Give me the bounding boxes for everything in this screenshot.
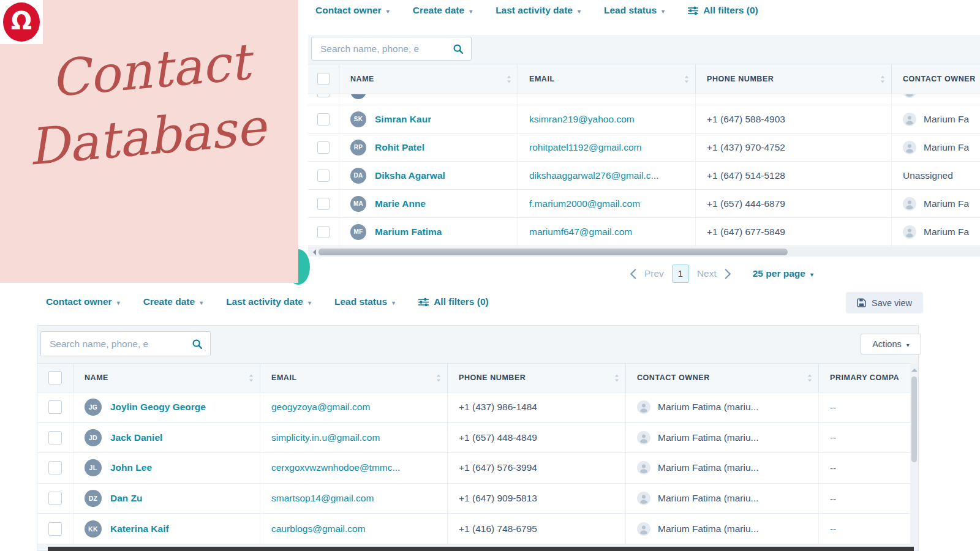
contact-owner[interactable]: Marium Fa <box>903 113 969 126</box>
row-checkbox[interactable] <box>317 94 330 97</box>
contact-name-link[interactable]: Jack Daniel <box>110 432 162 443</box>
contact-name-link[interactable]: Diksha Agarwal <box>375 170 445 181</box>
person-avatar-icon <box>637 461 650 474</box>
search-icon[interactable] <box>453 43 464 54</box>
all-filters[interactable]: All filters (0) <box>418 296 489 307</box>
person-avatar-icon <box>903 94 916 98</box>
cell-phone: +1 (437) 986-1484 <box>447 392 625 422</box>
actions-button[interactable]: Actions ▾ <box>861 334 921 354</box>
email-link[interactable]: ksimran219@yahoo.com <box>529 114 635 125</box>
row-checkbox[interactable] <box>48 461 62 474</box>
contact-owner-label: Marium Fatima (mariu... <box>658 432 759 443</box>
contact-owner[interactable]: Unassigned <box>903 170 953 181</box>
contact-owner[interactable]: Marium Fatima (mariu... <box>637 492 759 505</box>
contact-name-link[interactable]: Joylin Geogy George <box>110 402 206 413</box>
col-header-phone-number[interactable]: PHONE NUMBER <box>695 64 891 94</box>
scrollbar-thumb[interactable] <box>318 249 788 255</box>
scroll-left-icon[interactable] <box>310 249 316 255</box>
contact-owner-label: Marium Fa <box>924 198 969 209</box>
row-checkbox[interactable] <box>48 400 62 414</box>
col-header-contact-owner[interactable]: CONTACT OWNER <box>891 64 980 94</box>
contact-owner[interactable]: Marium Fatima (mariu... <box>637 400 759 414</box>
email-link[interactable]: cerxgoxvwzwnhodoe@tmmc... <box>271 462 400 473</box>
filter-last-activity-date[interactable]: Last activity date▾ <box>496 5 581 16</box>
prev-button[interactable]: Prev <box>644 268 664 279</box>
top-contacts-panel: NAMEEMAILPHONE NUMBERCONTACT OWNER SKSim… <box>308 35 980 257</box>
sort-icon[interactable] <box>880 75 885 83</box>
contact-owner[interactable]: Marium Fatima (mariu... <box>637 461 759 474</box>
contact-name-link[interactable]: Simran Kaur <box>375 114 431 125</box>
vertical-scrollbar[interactable] <box>910 363 918 550</box>
current-page[interactable]: 1 <box>672 264 689 283</box>
col-header-email[interactable]: EMAIL <box>518 64 695 94</box>
contact-name-link[interactable]: John Lee <box>110 462 152 473</box>
filter-last-activity-date[interactable]: Last activity date▾ <box>226 296 311 307</box>
email-link[interactable]: simplicity.in.u@gmail.com <box>271 432 380 443</box>
select-all-checkbox[interactable] <box>48 371 62 384</box>
next-button[interactable]: Next <box>697 268 717 279</box>
sort-icon[interactable] <box>436 374 441 382</box>
contact-owner[interactable]: Marium Fa <box>903 141 969 154</box>
all-filters[interactable]: All filters (0) <box>688 5 758 16</box>
avatar: MF <box>350 224 366 240</box>
email-link[interactable]: smartsop14@gmail.com <box>271 493 374 504</box>
email-link[interactable]: geogyzoya@gmail.com <box>271 402 370 413</box>
row-checkbox[interactable] <box>48 492 62 505</box>
cell-contact-owner: Unassigned <box>891 162 980 189</box>
row-checkbox[interactable] <box>317 198 330 210</box>
col-header-name[interactable]: NAME <box>73 364 260 392</box>
scroll-up-icon[interactable] <box>911 365 918 372</box>
horizontal-scrollbar[interactable] <box>308 247 980 257</box>
chevron-left-icon[interactable] <box>630 269 636 279</box>
cell-email: ksimran219@yahoo.com <box>518 105 695 133</box>
contact-name-link[interactable]: Rohit Patel <box>375 142 424 153</box>
col-header-primary-compa[interactable]: PRIMARY COMPA <box>818 364 911 392</box>
select-all-checkbox[interactable] <box>317 73 330 85</box>
email-link[interactable]: f.marium2000@gmail.com <box>529 198 640 209</box>
sort-icon[interactable] <box>614 374 619 382</box>
sort-icon[interactable] <box>249 374 254 382</box>
email-link[interactable]: rohitpatel1192@gmail.com <box>529 142 641 153</box>
row-checkbox[interactable] <box>48 522 62 536</box>
save-view-button[interactable]: Save view <box>846 292 923 313</box>
chevron-right-icon[interactable] <box>725 269 731 279</box>
scrollbar-thumb[interactable] <box>911 377 917 462</box>
contact-name-link[interactable]: Dan Zu <box>110 493 143 504</box>
contact-name-link[interactable]: Marie Anne <box>375 198 426 209</box>
filter-lead-status[interactable]: Lead status▾ <box>334 296 395 307</box>
row-checkbox[interactable] <box>317 226 330 238</box>
sort-icon[interactable] <box>807 374 812 382</box>
search-icon[interactable] <box>192 339 203 350</box>
contact-owner[interactable]: Marium Fatima (mariu... <box>637 522 759 536</box>
col-header-email[interactable]: EMAIL <box>260 364 447 392</box>
cell-checkbox <box>308 162 339 189</box>
row-checkbox[interactable] <box>317 170 330 182</box>
row-checkbox[interactable] <box>48 431 62 444</box>
col-header-name[interactable]: NAME <box>339 64 518 94</box>
contact-owner[interactable]: Marium Fa <box>903 225 969 239</box>
email-link[interactable]: caurblogs@gmail.com <box>271 523 366 534</box>
filter-lead-status[interactable]: Lead status▾ <box>604 5 665 16</box>
col-header-label: CONTACT OWNER <box>637 373 710 382</box>
filter-create-date[interactable]: Create date▾ <box>143 296 203 307</box>
per-page-dropdown[interactable]: 25 per page ▾ <box>753 268 813 279</box>
col-header-contact-owner[interactable]: CONTACT OWNER <box>625 364 818 392</box>
col-header-label: PRIMARY COMPA <box>830 373 899 382</box>
filter-contact-owner[interactable]: Contact owner▾ <box>315 5 390 16</box>
email-link[interactable]: mariumf647@gmail.com <box>529 227 632 238</box>
search-input[interactable] <box>319 43 453 55</box>
sort-icon[interactable] <box>684 75 689 83</box>
email-link[interactable]: dikshaaggarwal276@gmail.c... <box>529 170 658 181</box>
col-header-phone-number[interactable]: PHONE NUMBER <box>447 364 625 392</box>
contact-name-link[interactable]: Katerina Kaif <box>110 523 169 534</box>
row-checkbox[interactable] <box>317 141 330 154</box>
search-input[interactable] <box>48 338 192 350</box>
filter-contact-owner[interactable]: Contact owner▾ <box>46 296 120 307</box>
filter-create-date[interactable]: Create date▾ <box>413 5 472 16</box>
contact-owner[interactable]: Marium Fa <box>903 197 969 211</box>
contact-owner-label: Unassigned <box>903 170 953 181</box>
contact-name-link[interactable]: Marium Fatima <box>375 227 442 238</box>
row-checkbox[interactable] <box>317 113 330 126</box>
contact-owner[interactable]: Marium Fatima (mariu... <box>637 431 759 444</box>
sort-icon[interactable] <box>507 75 511 83</box>
